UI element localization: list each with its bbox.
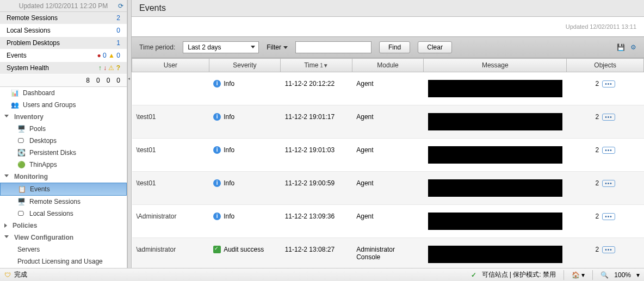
nav-servers[interactable]: Servers: [0, 243, 127, 255]
nav-users-groups[interactable]: 👥Users and Groups: [0, 99, 127, 111]
cell-user: [132, 72, 209, 105]
nav-tree: 📊Dashboard 👥Users and Groups Inventory 🖥…: [0, 86, 127, 268]
cell-objects: 2•••: [567, 205, 644, 238]
refresh-icon[interactable]: ⟳: [118, 2, 123, 10]
objects-more-icon[interactable]: •••: [602, 114, 615, 121]
nav-pools[interactable]: 🖥️Pools: [0, 123, 127, 135]
nav-view-config[interactable]: View Configuration: [0, 232, 127, 243]
summary-row-remote-sessions[interactable]: Remote Sessions 2: [0, 12, 127, 24]
table-row[interactable]: \AdministratoriInfo11-12-2 13:09:36Agent…: [132, 205, 644, 238]
settings-icon[interactable]: ⚙: [630, 43, 636, 51]
table-row[interactable]: \test01iInfo11-12-2 19:01:17Agent2•••: [132, 105, 644, 139]
objects-count: 2: [596, 146, 599, 154]
table-row[interactable]: \administratorAudit success11-12-2 13:08…: [132, 238, 644, 268]
summary-row-problem-desktops[interactable]: Problem Desktops 1: [0, 37, 127, 49]
objects-more-icon[interactable]: •••: [602, 180, 615, 187]
summary-row-events[interactable]: Events ● 0 ▲ 0: [0, 49, 127, 62]
summary-health-icons: ↑ ↓ ⚠ ?: [98, 64, 120, 72]
zoom-dropdown-icon[interactable]: ▾: [636, 271, 640, 279]
cell-module: Agent: [352, 172, 424, 205]
nav-persistent-disks[interactable]: 💽Persistent Disks: [0, 147, 127, 159]
redacted-message: [428, 80, 562, 97]
page-updated-label: Updated 12/02/2011 13:11: [132, 17, 644, 36]
find-button[interactable]: Find: [379, 41, 410, 53]
clear-button[interactable]: Clear: [418, 41, 452, 53]
events-icon: 📋: [18, 185, 27, 193]
redacted-message: [428, 246, 562, 263]
nav-dashboard[interactable]: 📊Dashboard: [0, 87, 127, 99]
error-icon: ●: [97, 52, 101, 59]
summary-event-icons: ● 0 ▲ 0: [97, 52, 120, 59]
objects-more-icon[interactable]: •••: [602, 147, 615, 154]
chevron-down-icon: [4, 174, 9, 179]
shield-icon: 🛡: [4, 271, 11, 279]
col-objects[interactable]: Objects: [567, 59, 644, 72]
cell-objects: 2•••: [567, 238, 644, 268]
vertical-splitter[interactable]: [127, 0, 132, 268]
col-message[interactable]: Message: [424, 59, 567, 72]
table-row[interactable]: iInfo11-12-2 20:12:22Agent2•••: [132, 72, 644, 105]
remote-icon: 🖥️: [17, 198, 26, 205]
summary-count: 0: [116, 27, 120, 34]
secure-mode-icon[interactable]: 🏠 ▾: [572, 271, 585, 279]
cell-objects: 2•••: [567, 105, 644, 139]
events-grid: User Severity Time Module Message Object…: [132, 58, 644, 268]
cell-message: [424, 205, 567, 238]
table-row[interactable]: \test01iInfo11-12-2 19:01:03Agent2•••: [132, 139, 644, 172]
warning-icon: ▲: [108, 52, 115, 59]
summary-sidebar: Updated 12/02/2011 12:20 PM ⟳ Remote Ses…: [0, 0, 127, 268]
info-icon: i: [213, 146, 221, 154]
check-icon: ✓: [471, 271, 476, 279]
time-period-dropdown[interactable]: Last 2 days: [183, 41, 259, 53]
nav-events[interactable]: 📋Events: [0, 183, 127, 196]
cell-objects: 2•••: [567, 139, 644, 172]
health-counts-row: 8 0 0 0: [0, 74, 127, 86]
chevron-down-icon: [4, 235, 9, 240]
objects-more-icon[interactable]: •••: [602, 80, 615, 88]
nav-monitoring[interactable]: Monitoring: [0, 171, 127, 183]
chevron-right-icon: [4, 223, 7, 228]
col-module[interactable]: Module: [352, 59, 424, 72]
redacted-message: [428, 113, 562, 130]
nav-local-sessions[interactable]: 🖵Local Sessions: [0, 208, 127, 220]
table-row[interactable]: \test01iInfo11-12-2 19:00:59Agent2•••: [132, 172, 644, 205]
save-icon[interactable]: 💾: [617, 43, 625, 51]
audit-success-icon: [213, 246, 221, 253]
cell-objects: 2•••: [567, 172, 644, 205]
cell-module: Administrator Console: [352, 238, 424, 268]
col-time[interactable]: Time: [281, 59, 352, 72]
nav-remote-sessions[interactable]: 🖥️Remote Sessions: [0, 196, 127, 208]
health-count: 0: [96, 77, 100, 84]
time-period-label: Time period:: [139, 43, 175, 51]
filter-dropdown[interactable]: Filter: [267, 43, 288, 51]
health-count: 0: [116, 77, 120, 84]
nav-licensing[interactable]: Product Licensing and Usage: [0, 255, 127, 267]
objects-count: 2: [596, 113, 599, 121]
objects-count: 2: [596, 213, 599, 220]
up-arrow-icon: ↑: [98, 64, 102, 72]
nav-thinapps[interactable]: 🟢ThinApps: [0, 159, 127, 171]
summary-row-system-health[interactable]: System Health ↑ ↓ ⚠ ?: [0, 62, 127, 74]
down-arrow-icon: ↓: [103, 64, 107, 72]
col-user[interactable]: User: [132, 59, 209, 72]
cell-module: Agent: [352, 205, 424, 238]
summary-count: 1: [116, 39, 120, 47]
objects-more-icon[interactable]: •••: [602, 246, 615, 253]
filter-input[interactable]: [295, 41, 371, 53]
cell-message: [424, 139, 567, 172]
warning-icon: ⚠: [108, 64, 114, 72]
cell-module: Agent: [352, 72, 424, 105]
events-toolbar: Time period: Last 2 days Filter Find Cle…: [132, 36, 644, 58]
zoom-icon[interactable]: 🔍: [600, 271, 609, 279]
cell-module: Agent: [352, 105, 424, 139]
summary-label: Events: [7, 52, 27, 59]
nav-inventory[interactable]: Inventory: [0, 111, 127, 123]
nav-policies[interactable]: Policies: [0, 220, 127, 232]
redacted-message: [428, 146, 562, 164]
objects-more-icon[interactable]: •••: [602, 213, 615, 220]
thinapp-icon: 🟢: [17, 161, 26, 168]
col-severity[interactable]: Severity: [209, 59, 281, 72]
summary-row-local-sessions[interactable]: Local Sessions 0: [0, 24, 127, 37]
status-trusted: 可信站点 | 保护模式: 禁用: [482, 270, 556, 279]
nav-desktops[interactable]: 🖵Desktops: [0, 135, 127, 147]
